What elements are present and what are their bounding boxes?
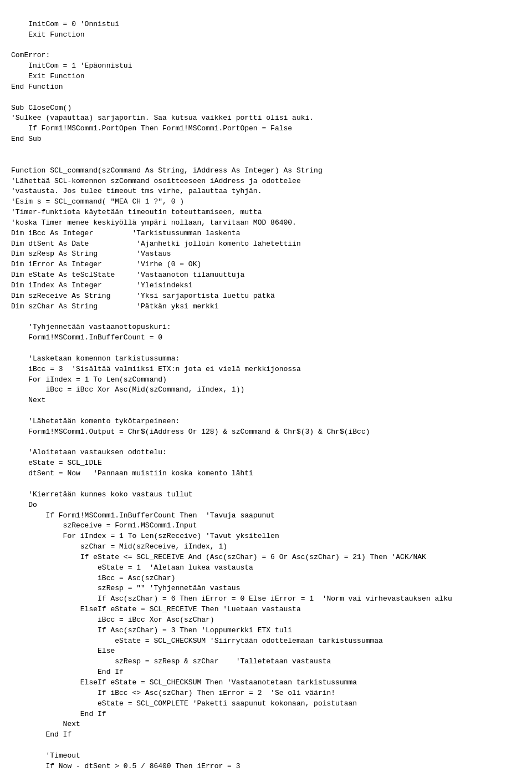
- code-display: InitCom = 0 'Onnistui Exit Function ComE…: [11, 9, 521, 782]
